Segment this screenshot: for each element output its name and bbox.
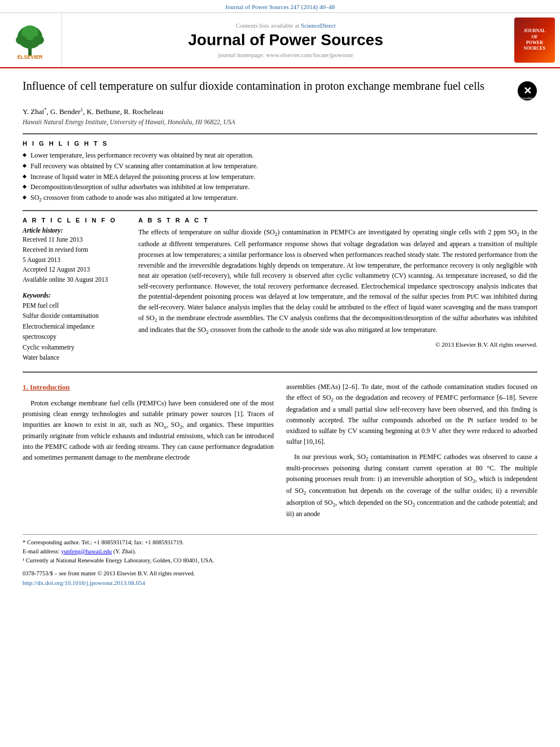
body-col-right: assemblies (MEAs) [2–6]. To date, most o… [286,382,537,524]
email-link[interactable]: yunfeng@hawaii.edu [61,548,112,554]
intro-para-3: In our previous work, SO2 contamination … [286,452,537,519]
main-content: Influence of cell temperature on sulfur … [0,68,560,599]
header-center: Contents lists available at ScienceDirec… [62,13,509,67]
footnote-1: ¹ Currently at National Renewable Energy… [23,556,537,565]
article-affiliation: Hawaii Natural Energy Institute, Univers… [23,119,537,125]
divider-after-abstract [23,372,537,373]
keyword-1: PEM fuel cell [23,300,127,311]
revised-date: 5 August 2013 [23,256,60,263]
keywords-label: Keywords: [23,292,127,299]
highlight-item-5: SO2 crossover from cathode to anode was … [23,193,537,204]
keywords-block: Keywords: PEM fuel cell Sulfur dioxide c… [23,292,127,362]
keyword-3: Electrochemical impedance spectroscopy [23,321,127,342]
keyword-5: Water balance [23,352,127,362]
svg-text:✕: ✕ [523,85,532,97]
authors-text: Y. Zhai*, G. Bender1, K. Bethune, R. Roc… [23,107,163,116]
accepted-date: Accepted 12 August 2013 [23,266,90,273]
divider-after-highlights [23,210,537,211]
article-title-section: Influence of cell temperature on sulfur … [23,78,537,101]
article-info-abstract-section: A R T I C L E I N F O Article history: R… [23,217,537,362]
abstract-paragraph-1: The effects of temperature on sulfur dio… [138,227,537,337]
article-title: Influence of cell temperature on sulfur … [23,78,511,94]
available-online: Available online 30 August 2013 [23,276,108,283]
body-section: 1. Introduction Proton exchange membrane… [23,382,537,524]
svg-point-4 [16,36,27,45]
sciencedirect-line: Contents lists available at ScienceDirec… [235,22,335,29]
jps-logo: JOURNAL OF POWER SOURCES [514,18,555,63]
elsevier-logo-svg: ELSEVIER [6,20,56,60]
highlights-heading: H I G H L I G H T S [23,140,537,147]
section-title: 1. Introduction [23,382,274,394]
svg-text:CrossMark: CrossMark [520,97,535,100]
svg-point-5 [33,36,44,45]
highlight-item-3: Increase of liquid water in MEA delayed … [23,172,537,182]
issn-line: 0378-7753/$ – see front matter © 2013 El… [23,569,537,578]
article-dates: Received 11 June 2013 Received in revise… [23,235,127,285]
footer-section: * Corresponding author. Tel.: +1 8085931… [23,534,537,588]
email-line: E-mail address: yunfeng@hawaii.edu (Y. Z… [23,547,537,556]
journal-reference-bar: Journal of Power Sources 247 (2014) 40–4… [0,0,560,13]
doi-link[interactable]: http://dx.doi.org/10.1016/j.jpowsour.201… [23,579,145,586]
copyright-line: © 2013 Elsevier B.V. All rights reserved… [138,341,537,348]
doi-line: http://dx.doi.org/10.1016/j.jpowsour.201… [23,578,537,588]
divider-after-authors [23,133,537,134]
article-info-col: A R T I C L E I N F O Article history: R… [23,217,127,362]
svg-text:ELSEVIER: ELSEVIER [17,54,42,60]
highlight-item-2: Full recovery was obtained by CV scannin… [23,161,537,172]
journal-homepage: journal homepage: www.elsevier.com/locat… [218,51,353,58]
email-label: E-mail address: [23,548,60,554]
abstract-heading: A B S T R A C T [138,217,537,224]
highlights-list: Lower temperature, less performance reco… [23,150,537,204]
article-info-heading: A R T I C L E I N F O [23,217,127,224]
jps-logo-text: JOURNAL OF POWER SOURCES [524,28,546,52]
corresponding-author-note: * Corresponding author. Tel.: +1 8085931… [23,538,537,547]
abstract-text: The effects of temperature on sulfur dio… [138,227,537,337]
article-history-block: Article history: Received 11 June 2013 R… [23,227,127,285]
received-revised-label: Received in revised form [23,246,88,253]
highlight-item-1: Lower temperature, less performance reco… [23,150,537,161]
journal-ref-text: Journal of Power Sources 247 (2014) 40–4… [225,3,335,10]
history-label: Article history: [23,227,127,234]
highlight-item-4: Decomposition/desorption of sulfur adsor… [23,182,537,193]
highlights-section: H I G H L I G H T S Lower temperature, l… [23,140,537,204]
intro-para-2: assemblies (MEAs) [2–6]. To date, most o… [286,382,537,447]
sciencedirect-link[interactable]: ScienceDirect [301,22,336,29]
corresponding-author-text: * Corresponding author. Tel.: +1 8085931… [23,539,183,545]
article-authors: Y. Zhai*, G. Bender1, K. Bethune, R. Roc… [23,107,537,116]
journal-header: ELSEVIER Contents lists available at Sci… [0,13,560,68]
elsevier-logo-container: ELSEVIER [0,13,62,67]
crossmark-logo: ✕ CrossMark [517,81,537,101]
received-date: Received 11 June 2013 [23,236,83,243]
keyword-4: Cyclic voltammetry [23,342,127,352]
journal-title: Journal of Power Sources [188,31,383,49]
email-name: (Y. Zhai). [113,548,136,554]
jps-logo-container: JOURNAL OF POWER SOURCES [509,13,560,67]
body-col-left: 1. Introduction Proton exchange membrane… [23,382,274,524]
page-container: Journal of Power Sources 247 (2014) 40–4… [0,0,560,747]
abstract-col: A B S T R A C T The effects of temperatu… [138,217,537,362]
intro-para-1: Proton exchange membrane fuel cells (PEM… [23,398,274,463]
keyword-2: Sulfur dioxide contamination [23,311,127,321]
